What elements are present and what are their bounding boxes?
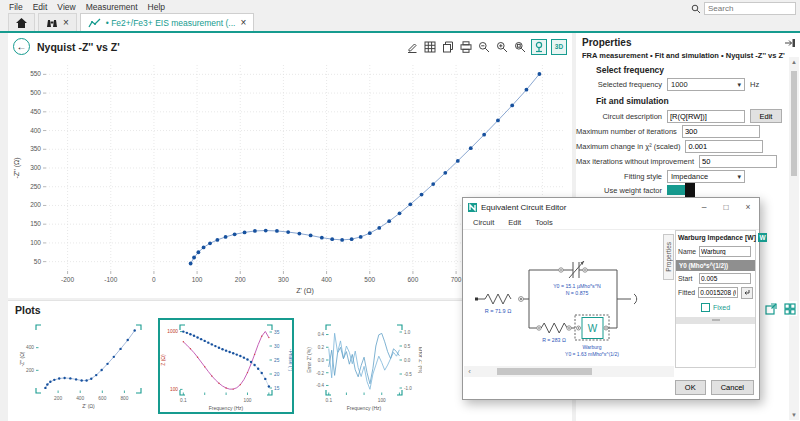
mini-plot-nyquist[interactable]: 200400600800200400Z' (Ω)-Z'' (Ω) — [16, 318, 148, 412]
edit-circuit-button[interactable]: Edit — [750, 109, 782, 123]
close-icon[interactable]: × — [737, 198, 759, 216]
max-change-field[interactable] — [685, 140, 763, 153]
fitted-field[interactable] — [698, 287, 738, 298]
svg-text:200: 200 — [235, 276, 246, 283]
dock-right-icon[interactable] — [784, 38, 796, 48]
scroll-down-icon[interactable]: ▼ — [789, 410, 799, 420]
start-field[interactable] — [699, 273, 751, 284]
plot-header: ← Nyquist -Z'' vs Z' — [8, 33, 572, 57]
ok-button[interactable]: OK — [675, 380, 706, 395]
binoculars-icon — [46, 18, 58, 28]
copy-fitted-to-start-button[interactable] — [741, 287, 753, 299]
marker-icon — [533, 41, 545, 53]
svg-text:400: 400 — [26, 345, 34, 350]
menu-measurement[interactable]: Measurement — [81, 1, 143, 13]
circuit-canvas[interactable]: R = 71.9 Ω Y0 = 15.1 µMho*s^N N = 0.875 … — [463, 230, 759, 370]
circuit-diagram: R = 71.9 Ω Y0 = 15.1 µMho*s^N N = 0.875 … — [471, 244, 676, 362]
menu-help[interactable]: Help — [143, 1, 170, 13]
cancel-button[interactable]: Cancel — [711, 380, 754, 395]
max-iterations-field[interactable] — [682, 125, 760, 138]
svg-text:30: 30 — [274, 344, 280, 349]
fixed-checkbox[interactable] — [701, 303, 710, 312]
svg-text:300: 300 — [30, 164, 41, 171]
hscrollbar-thumb[interactable] — [497, 368, 592, 375]
section-fit-simulation: Fit and simulation — [596, 96, 800, 106]
tab-measurement[interactable]: • Fe2+/Fe3+ EIS measurement (... × — [80, 13, 254, 31]
mini-plot-errors[interactable]: 0.1100-0.4-0.20.00.20.4-1.0-0.50.00.51.0… — [304, 318, 424, 414]
svg-text:25: 25 — [274, 358, 280, 363]
zoom-reset-icon[interactable] — [513, 40, 527, 54]
marker-toggle-button[interactable] — [531, 39, 547, 55]
close-icon[interactable]: × — [63, 18, 69, 27]
plots-tools — [763, 301, 797, 316]
tab-home[interactable] — [8, 13, 35, 31]
svg-text:600: 600 — [407, 276, 418, 283]
max-change-label: Maximum change in χ² (scaled) — [576, 142, 680, 151]
dialog-menubar: Circuit Edit Tools — [463, 216, 759, 230]
svg-text:200: 200 — [54, 396, 62, 401]
svg-text:-Z'' (Ω): -Z'' (Ω) — [13, 157, 21, 178]
dialog-menu-tools[interactable]: Tools — [529, 218, 559, 227]
tab-library[interactable]: × — [38, 13, 77, 31]
r2-label: R = 283 Ω — [542, 337, 566, 343]
breadcrumb: FRA measurement • Fit and simulation • N… — [582, 51, 800, 60]
svg-text:600: 600 — [98, 396, 106, 401]
svg-text:-0.4: -0.4 — [316, 383, 324, 388]
menu-edit[interactable]: Edit — [28, 1, 53, 13]
selected-frequency-select[interactable]: 1000 ▾ — [667, 78, 745, 91]
zoom-in-icon[interactable] — [495, 40, 509, 54]
close-icon[interactable]: × — [240, 18, 246, 27]
svg-text:350: 350 — [30, 145, 41, 152]
3d-toggle-button[interactable]: 3D — [551, 39, 567, 55]
svg-text:-0.2: -0.2 — [316, 371, 324, 376]
zoom-out-icon[interactable] — [477, 40, 491, 54]
data-grid-icon[interactable] — [423, 40, 437, 54]
svg-text:250: 250 — [30, 183, 41, 190]
svg-text:100: 100 — [192, 276, 203, 283]
menubar: File Edit View Measurement Help — [0, 0, 800, 14]
weight-factor-toggle[interactable] — [667, 185, 695, 195]
svg-text:450: 450 — [30, 108, 41, 115]
panel-splitter[interactable] — [676, 317, 755, 324]
menu-file[interactable]: File — [4, 1, 28, 13]
fixed-label: Fixed — [713, 304, 730, 311]
svg-text:100: 100 — [243, 398, 251, 403]
name-label: Name — [678, 248, 696, 255]
element-icon: W — [758, 233, 767, 242]
dialog-horizontal-scrollbar[interactable]: ‹ — [464, 366, 674, 377]
scroll-left-icon[interactable]: ‹ — [464, 367, 475, 376]
dialog-properties-tab[interactable]: Properties — [663, 234, 674, 280]
fitting-style-select[interactable]: Impedance ▾ — [667, 170, 745, 183]
fitting-style-label: Fitting style — [576, 172, 662, 181]
print-icon[interactable] — [459, 40, 473, 54]
popout-plots-icon[interactable] — [763, 301, 778, 316]
element-header: Warburg Impedance [W] — [678, 234, 756, 241]
chevron-down-icon: ▾ — [737, 173, 741, 181]
dialog-titlebar[interactable]: Equivalent Circuit Editor – □ × — [463, 198, 759, 216]
cpe-label-1: Y0 = 15.1 µMho*s^N — [553, 283, 601, 289]
maximize-icon[interactable]: □ — [715, 198, 737, 216]
dialog-menu-edit[interactable]: Edit — [502, 218, 527, 227]
svg-text:0.1: 0.1 — [325, 398, 332, 403]
search-input[interactable] — [705, 3, 795, 14]
frequency-unit-label: Hz — [750, 80, 786, 89]
menu-view[interactable]: View — [52, 1, 80, 13]
mini-plot-bode-selected[interactable]: 0.110010010001520253035Frequency (Hz)Z (… — [158, 318, 294, 414]
copy-icon[interactable] — [441, 40, 455, 54]
svg-text:-1.0: -1.0 — [404, 386, 412, 391]
back-button[interactable]: ← — [13, 38, 30, 55]
plots-grid-view-icon[interactable] — [782, 301, 797, 316]
scroll-up-icon[interactable]: ▲ — [789, 57, 799, 67]
name-field[interactable] — [699, 246, 751, 257]
svg-text:0.0: 0.0 — [318, 358, 325, 363]
scrollbar-thumb[interactable] — [791, 71, 797, 176]
circuit-description-field[interactable] — [667, 110, 745, 123]
edit-axes-icon[interactable] — [405, 40, 419, 54]
minimize-icon[interactable]: – — [693, 198, 715, 216]
warburg-label-1: Warburg — [583, 344, 602, 350]
svg-text:35: 35 — [274, 330, 280, 335]
dialog-menu-circuit[interactable]: Circuit — [467, 218, 500, 227]
svg-text:0.2: 0.2 — [318, 345, 325, 350]
properties-scrollbar[interactable]: ▲ ▼ — [789, 57, 799, 420]
max-no-improvement-field[interactable] — [699, 155, 777, 168]
